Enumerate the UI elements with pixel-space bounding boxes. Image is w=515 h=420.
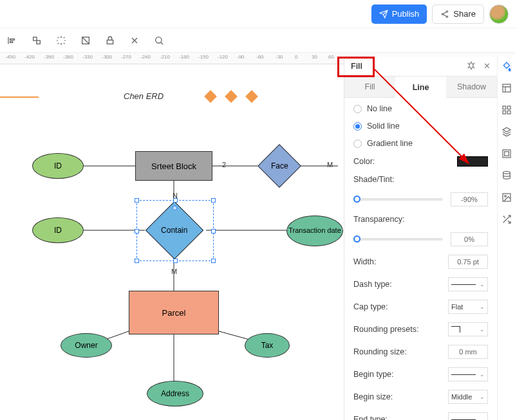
svg-rect-21: [503, 111, 506, 114]
radio-solid-line[interactable]: Solid line: [353, 122, 488, 131]
multiplicity-label: 2: [222, 161, 226, 169]
label-round-size: Rounding size:: [353, 347, 407, 356]
label-begin-size: Begin size:: [353, 392, 393, 401]
svg-point-0: [447, 10, 448, 12]
close-icon[interactable]: ✕: [483, 61, 491, 72]
entity-id[interactable]: ID: [32, 217, 84, 243]
transparency-input[interactable]: [451, 232, 488, 246]
svg-point-2: [447, 15, 448, 17]
multiplicity-label: M: [171, 268, 177, 275]
image-icon[interactable]: [501, 192, 512, 203]
connection-point[interactable]: [173, 206, 177, 210]
entity-tax[interactable]: Tax: [245, 333, 290, 358]
group-icon[interactable]: [31, 35, 42, 46]
shade-slider[interactable]: [353, 198, 443, 201]
decorator-diamond: [245, 90, 258, 103]
label-dash: Dash type:: [353, 280, 392, 289]
multiplicity-label: N: [173, 192, 178, 199]
fill-panel-icon[interactable]: [501, 60, 512, 72]
begin-size-select[interactable]: Middle⌄: [448, 390, 488, 404]
entity-parcel[interactable]: Parcel: [129, 291, 219, 334]
relationship-face[interactable]: Face: [258, 144, 301, 188]
svg-rect-22: [507, 111, 510, 114]
svg-point-27: [504, 196, 506, 197]
label-transparency: Transparency:: [353, 215, 404, 224]
search-icon[interactable]: [153, 35, 165, 46]
layers-icon[interactable]: [501, 126, 512, 138]
pin-icon[interactable]: [467, 61, 476, 72]
svg-rect-18: [503, 84, 510, 92]
avatar[interactable]: [489, 5, 509, 24]
label-round-presets: Rounding presets:: [353, 325, 418, 334]
properties-panel: Fill ✕ Fill Line Shadow No line Solid li…: [344, 57, 497, 420]
svg-point-25: [503, 171, 510, 174]
tab-shadow[interactable]: Shadow: [446, 76, 497, 98]
data-icon[interactable]: [501, 170, 512, 181]
svg-rect-24: [504, 152, 509, 156]
label-cap: Cap type:: [353, 302, 388, 311]
end-type-select[interactable]: ⌄: [448, 412, 488, 420]
svg-rect-20: [507, 106, 510, 109]
multiplicity-label: M: [327, 161, 333, 169]
entity-srteet-block[interactable]: Srteet Block: [135, 151, 212, 181]
publish-label: Publish: [392, 9, 420, 19]
shade-input[interactable]: [451, 192, 488, 206]
svg-point-7: [156, 37, 162, 42]
tab-line[interactable]: Line: [395, 76, 446, 98]
publish-button[interactable]: Publish: [371, 5, 427, 24]
label-color: Color:: [353, 157, 375, 166]
shuffle-icon[interactable]: [501, 214, 512, 225]
entity-id[interactable]: ID: [32, 153, 84, 179]
entity-owner[interactable]: Owner: [61, 333, 112, 358]
decorator-diamond: [204, 90, 217, 103]
dash-select[interactable]: ⌄: [448, 277, 488, 291]
color-swatch[interactable]: [457, 156, 488, 167]
lock-icon[interactable]: [104, 35, 116, 46]
radio-gradient-line[interactable]: Gradient line: [353, 139, 488, 148]
svg-rect-19: [503, 106, 506, 109]
svg-rect-23: [503, 150, 510, 158]
label-begin-type: Begin type:: [353, 370, 394, 379]
toolbar: [0, 28, 515, 53]
layout-icon[interactable]: [501, 82, 512, 94]
svg-rect-6: [107, 40, 113, 44]
annotation-box: [337, 57, 375, 77]
label-shade: Shade/Tint:: [353, 175, 394, 184]
effects-icon[interactable]: [55, 35, 67, 46]
label-width: Width:: [353, 257, 376, 266]
share-icon: [440, 10, 449, 19]
tools-icon[interactable]: [129, 35, 140, 46]
cap-select[interactable]: Flat⌄: [448, 300, 488, 314]
align-icon[interactable]: [6, 35, 18, 46]
tab-fill[interactable]: Fill: [344, 76, 395, 98]
label-end-type: End type:: [353, 415, 388, 420]
svg-rect-4: [37, 41, 40, 44]
share-label: Share: [453, 9, 476, 19]
begin-type-select[interactable]: ⌄: [448, 367, 488, 381]
right-icon-strip: [497, 57, 515, 420]
svg-rect-3: [33, 37, 37, 40]
panel-tabs: Fill Line Shadow: [344, 76, 497, 98]
svg-point-1: [442, 13, 444, 14]
send-icon: [379, 10, 388, 19]
crop-icon[interactable]: [80, 35, 91, 46]
grid-icon[interactable]: [501, 104, 512, 116]
frame-icon[interactable]: [501, 148, 512, 160]
entity-transaction-date[interactable]: Transaction date: [286, 215, 343, 246]
decorator-diamond: [225, 90, 238, 103]
top-bar: Publish Share: [0, 0, 515, 28]
width-input[interactable]: [448, 255, 488, 269]
canvas[interactable]: Chen ERD ID Srteet Block 2 Face M ID Con…: [0, 64, 344, 420]
diagram-title: Chen ERD: [124, 91, 164, 101]
entity-address[interactable]: Address: [147, 381, 203, 406]
round-preset-select[interactable]: ⌄: [448, 322, 488, 336]
round-size-input[interactable]: [448, 345, 488, 359]
radio-no-line[interactable]: No line: [353, 104, 488, 113]
decorator-line: [0, 96, 39, 98]
transparency-slider[interactable]: [353, 238, 443, 241]
share-button[interactable]: Share: [432, 5, 484, 24]
